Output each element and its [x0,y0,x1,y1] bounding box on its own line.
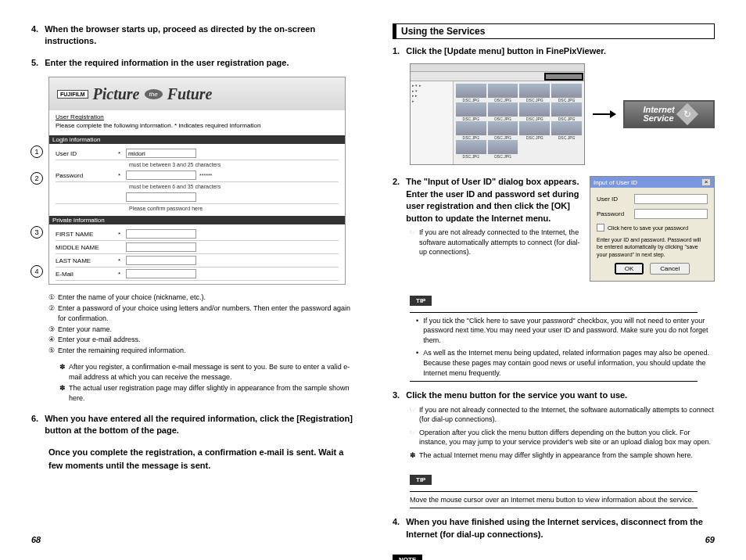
section-user-registration: User Registration [56,113,339,120]
closing-note: Once you complete the registration, a co… [48,446,353,472]
form-hint: Please complete the following informatio… [56,122,339,129]
step-text: When you have entered all the required i… [45,413,353,437]
password-field[interactable] [126,171,196,180]
userid-label: User ID [56,150,118,157]
ast-2: The actual user registration page may di… [69,383,353,403]
internet-service-button[interactable]: InternetService ↻ [623,100,715,128]
close-icon[interactable]: × [701,178,711,186]
ok-button[interactable]: OK [615,263,644,275]
app-toolbar [411,72,584,81]
dialog-title-text: Input of User ID [594,179,637,186]
page-number-right: 69 [705,535,715,544]
thumbnail[interactable]: DSC.JPG [519,84,550,101]
step3-s3: The actual Internet menu may differ slig… [419,451,693,461]
finepixviewer-screenshot: ▸ ▾ ▸▸ ▾▸ ▸▸ DSC.JPGDSC.JPGDSC.JPGDSC.JP… [410,63,715,165]
thumbnail[interactable]: DSC.JPG [488,84,518,101]
legend-list: ①Enter the name of your choice (nickname… [48,293,353,356]
ast-1: After you register, a confirmation e-mai… [69,362,353,382]
arrow-icon [593,113,615,115]
userid-row: User ID* midori [56,147,339,160]
update-menu-button-highlight[interactable] [544,73,583,81]
step-text: Enter the required information in the us… [45,57,289,69]
page-spread: 4.When the browser starts up, proceed as… [31,23,715,560]
thumbnail[interactable]: DSC.JPG [551,102,582,120]
thumbnail[interactable]: DSC.JPG [456,102,486,120]
marker-3: 3 [30,226,43,239]
divider [410,381,698,382]
step2-sub: If you are not already connected to the … [419,228,580,257]
legend-5: Enter the remaining required information… [58,346,186,357]
banner-word-2: Future [167,85,213,103]
middle-name-field[interactable] [126,242,196,252]
thumbnail[interactable]: DSC.JPG [456,84,486,101]
last-name-label: LAST NAME [56,257,118,264]
step-text: When you have finished using the Interne… [406,516,715,540]
refresh-icon: ↻ [676,103,698,125]
divider [410,312,698,313]
legend-1: Enter the name of your choice (nickname,… [58,293,206,303]
cancel-button[interactable]: Cancel [650,263,690,275]
fujifilm-logo: FUJIFILM [57,90,88,99]
tip-badge: TIP [410,475,432,485]
save-password-checkbox[interactable]: Click here to save your password [597,224,708,232]
folder-tree[interactable]: ▸ ▾ ▸▸ ▾▸ ▸▸ [411,81,454,165]
first-name-field[interactable] [126,229,196,239]
marker-1: 1 [30,145,43,158]
banner-word-1: Picture [93,85,140,103]
divider [410,508,698,508]
page-number-left: 68 [31,535,41,544]
app-window: ▸ ▾ ▸▸ ▾▸ ▸▸ DSC.JPGDSC.JPGDSC.JPGDSC.JP… [410,63,585,165]
userid-field[interactable]: midori [126,149,196,158]
thumbnail[interactable]: DSC.JPG [456,121,486,138]
step-number: 4. [393,516,400,540]
input-userid-dialog: Input of User ID × User ID Password Clic… [590,176,715,281]
dlg-hint: Enter your ID and password. Password wil… [597,236,708,257]
asterisk-notes: ✽After you register, a confirmation e-ma… [59,362,353,403]
thumbnail[interactable]: DSC.JPG [519,121,550,138]
step-number: 6. [31,413,38,437]
dlg-userid-label: User ID [597,196,631,203]
thumbnail[interactable]: DSC.JPG [488,121,518,138]
tip1-b2: As well as the Internet menu being updat… [423,348,715,378]
step3-s2: Operation after you click the menu butto… [419,428,715,447]
r-step-4: 4.When you have finished using the Inter… [393,516,715,540]
app-menubar [411,64,584,72]
first-name-label: FIRST NAME [56,231,118,238]
note-badge: NOTE [393,555,422,560]
step3-s1: If you are not already connected to the … [419,405,715,425]
thumbnail[interactable]: DSC.JPG [488,140,518,157]
userid-hint: must be between 3 and 25 characters [129,162,221,167]
login-info-bar: Login information [49,135,345,144]
step-text: When the browser starts up, proceed as d… [45,23,353,48]
form-banner: FUJIFILM Picture the Future [49,77,345,110]
thumbnail[interactable]: DSC.JPG [551,121,582,138]
dlg-userid-field[interactable] [634,194,708,204]
dlg-password-field[interactable] [634,209,708,219]
checkbox-icon[interactable] [597,224,604,232]
step-text: The "Input of User ID" dialog box appear… [406,176,580,224]
email-field[interactable] [126,269,196,278]
thumbnail[interactable]: DSC.JPG [456,140,486,157]
thumbnail[interactable]: DSC.JPG [519,102,550,120]
legend-3: Enter your name. [58,325,112,336]
step-number: 4. [31,23,38,48]
r-step-3: 3.Click the menu button for the service … [393,389,715,460]
thumbnail[interactable]: DSC.JPG [551,84,582,101]
pw-hint1: must be between 6 and 35 characters [129,184,221,189]
tip2-text: Move the mouse cursor over an Internet m… [410,495,715,505]
legend-4: Enter your e-mail address. [58,335,141,346]
password-confirm-field[interactable] [126,192,196,202]
step-text: Click the [Update menu] button in FinePi… [406,45,606,57]
dlg-password-label: Password [597,210,631,217]
thumbnail[interactable]: DSC.JPG [488,102,518,120]
step-4: 4.When the browser starts up, proceed as… [31,23,353,48]
page-69: Using the Services 1.Click the [Update m… [393,23,715,560]
password-row: Password* ****** [56,169,339,182]
marker-2: 2 [30,172,43,185]
thumbnail-grid: DSC.JPGDSC.JPGDSC.JPGDSC.JPG DSC.JPGDSC.… [454,81,584,165]
middle-name-label: MIDDLE NAME [56,244,118,251]
tip1-bullets: •If you tick the "Click here to save you… [416,316,715,379]
tip1-b1: If you tick the "Click here to save your… [423,316,715,346]
email-label: E-Mail [56,271,118,278]
last-name-field[interactable] [126,256,196,265]
